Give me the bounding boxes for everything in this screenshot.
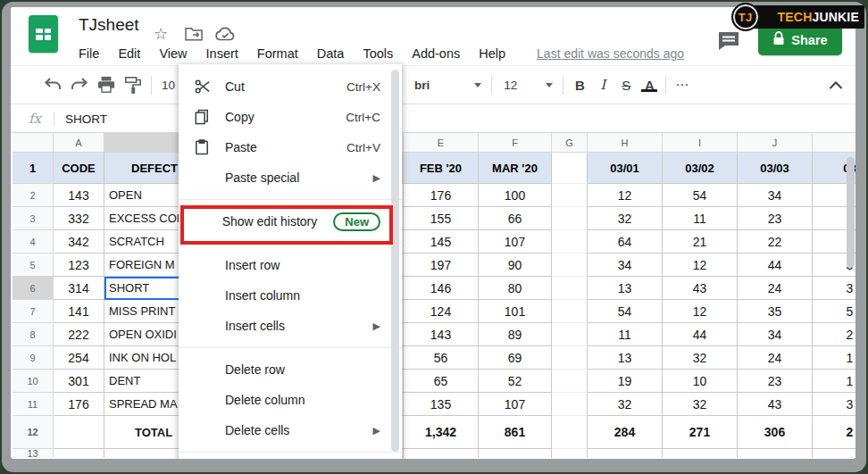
cell-r5[interactable]: 123 — [54, 254, 104, 277]
last-edit-link[interactable]: Last edit was seconds ago — [537, 46, 684, 61]
header-cell[interactable]: 03/02 — [663, 153, 738, 184]
formula-input[interactable]: SHORT — [65, 112, 107, 126]
cell-r7[interactable]: 5 — [813, 300, 855, 323]
cell-r13[interactable] — [813, 449, 855, 458]
cell-r9[interactable]: 13 — [588, 346, 663, 370]
column-header-partial[interactable] — [813, 133, 855, 153]
cell-r12[interactable]: 271 — [663, 416, 738, 449]
menu-item-paste-special[interactable]: Paste special▶ — [179, 162, 402, 193]
menu-scrollbar[interactable] — [391, 70, 399, 452]
menu-item-insert-row[interactable]: Insert row — [179, 250, 402, 280]
cell-r10[interactable]: 65 — [404, 370, 479, 393]
menubar-item-tools[interactable]: Tools — [363, 46, 393, 61]
cell-r6[interactable] — [552, 277, 588, 300]
zoom-select[interactable]: 10 — [162, 79, 175, 92]
cell-r10[interactable]: 19 — [588, 370, 663, 393]
menu-item-copy[interactable]: CopyCtrl+C — [179, 102, 402, 132]
cell-r13[interactable] — [404, 449, 479, 458]
cell-r7[interactable]: 141 — [54, 300, 104, 323]
cell-r12[interactable]: 1,342 — [404, 416, 479, 449]
header-cell[interactable]: 03/03 — [738, 153, 813, 184]
menubar-item-edit[interactable]: Edit — [118, 46, 140, 61]
menu-item-insert-cells[interactable]: Insert cells▶ — [179, 311, 402, 341]
cell-r8[interactable] — [552, 323, 588, 346]
cell-r3[interactable] — [552, 207, 588, 230]
column-header-G[interactable]: G — [552, 133, 588, 153]
row-header-2[interactable]: 2 — [13, 184, 54, 207]
column-header-I[interactable]: I — [663, 133, 738, 153]
header-cell[interactable]: FEB '20 — [404, 153, 479, 184]
redo-button[interactable] — [66, 71, 93, 98]
row-header-7[interactable]: 7 — [13, 300, 54, 323]
cell-r2[interactable]: 143 — [54, 184, 104, 207]
cell-r8[interactable]: 2 — [813, 323, 855, 346]
cell-r4[interactable]: 64 — [588, 230, 663, 254]
row-header-5[interactable]: 5 — [13, 254, 54, 277]
menubar-item-help[interactable]: Help — [479, 46, 505, 61]
menu-item-paste[interactable]: PasteCtrl+V — [179, 132, 402, 162]
cell-r6[interactable]: 80 — [479, 277, 552, 300]
cell-r10[interactable]: 301 — [54, 370, 104, 393]
header-cell[interactable] — [552, 153, 588, 184]
print-button[interactable] — [93, 71, 120, 98]
cell-r11[interactable]: 43 — [738, 393, 813, 416]
column-header-F[interactable]: F — [479, 133, 552, 153]
cell-r7[interactable] — [552, 300, 588, 323]
cell-r9[interactable]: 32 — [663, 346, 738, 370]
font-size-caret-icon[interactable] — [546, 83, 553, 87]
menubar-item-format[interactable]: Format — [257, 46, 298, 61]
row-header-12[interactable]: 12 — [13, 416, 54, 449]
cell-r3[interactable]: 332 — [54, 207, 104, 230]
font-caret-icon[interactable] — [474, 83, 481, 87]
comment-icon[interactable] — [717, 30, 740, 55]
cell-r3[interactable]: 66 — [479, 207, 552, 230]
cell-r8[interactable]: 11 — [588, 323, 663, 346]
cell-r7[interactable]: 12 — [663, 300, 738, 323]
font-family-select[interactable]: bri — [414, 79, 430, 92]
header-cell[interactable]: CODE — [54, 153, 104, 184]
cell-r2[interactable] — [552, 184, 588, 207]
cell-r4[interactable]: 107 — [479, 230, 552, 254]
cell-r10[interactable]: 1 — [813, 370, 855, 393]
cell-r3[interactable]: 155 — [404, 207, 479, 230]
row-header-13[interactable]: 13 — [13, 449, 54, 458]
cell-r2[interactable]: 100 — [479, 184, 552, 207]
cell-r6[interactable]: 13 — [588, 277, 663, 300]
star-icon[interactable]: ☆ — [154, 26, 168, 42]
cell-r6[interactable]: 43 — [663, 277, 738, 300]
cell-r4[interactable]: 22 — [738, 230, 813, 254]
cell-r5[interactable]: 34 — [588, 254, 663, 277]
cell-r4[interactable]: 145 — [404, 230, 479, 254]
row-header-6[interactable]: 6 — [13, 277, 54, 300]
cell-r4[interactable] — [552, 230, 588, 254]
cell-r6[interactable]: 314 — [54, 277, 104, 300]
cell-r13[interactable] — [663, 449, 738, 458]
cell-r13[interactable] — [738, 449, 813, 458]
menubar-item-file[interactable]: File — [79, 46, 99, 61]
font-size-select[interactable]: 12 — [504, 79, 517, 92]
cell-r3[interactable]: 32 — [588, 207, 663, 230]
cell-r12[interactable] — [54, 416, 104, 449]
menubar-item-insert[interactable]: Insert — [206, 46, 238, 61]
cell-r7[interactable]: 124 — [404, 300, 479, 323]
menubar-item-view[interactable]: View — [159, 46, 187, 61]
column-header-E[interactable]: E — [404, 133, 479, 153]
cell-r11[interactable]: 176 — [54, 393, 104, 416]
menu-item-insert-column[interactable]: Insert column — [179, 280, 402, 311]
italic-button[interactable]: I — [591, 77, 614, 93]
cell-r9[interactable]: 69 — [479, 346, 552, 370]
cell-r5[interactable] — [552, 254, 588, 277]
cell-r3[interactable]: 11 — [663, 207, 738, 230]
cell-r5[interactable]: 12 — [663, 254, 738, 277]
cell-r2[interactable]: 176 — [404, 184, 479, 207]
cell-r9[interactable]: 56 — [404, 346, 479, 370]
menubar-item-addons[interactable]: Add-ons — [412, 46, 460, 61]
row-header-1[interactable]: 1 — [13, 153, 54, 184]
cell-r6[interactable]: 146 — [404, 277, 479, 300]
move-folder-icon[interactable] — [184, 26, 204, 46]
more-toolbar-button[interactable]: ⋯ — [671, 77, 694, 93]
cell-r6[interactable]: 24 — [738, 277, 813, 300]
row-header-8[interactable]: 8 — [13, 323, 54, 346]
cell-r11[interactable]: 3 — [813, 393, 855, 416]
cell-r10[interactable]: 23 — [738, 370, 813, 393]
